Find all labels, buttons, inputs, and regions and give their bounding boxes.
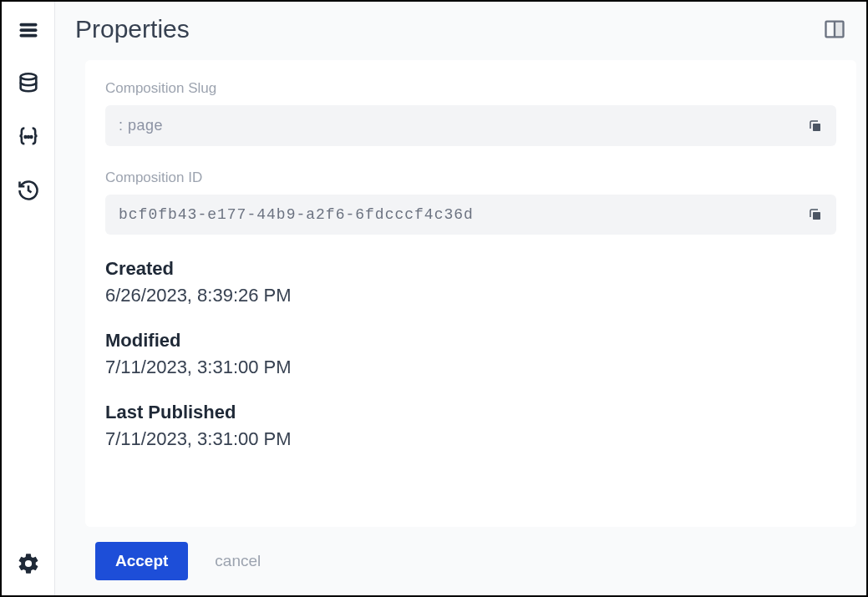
svg-rect-8: [835, 23, 842, 36]
svg-rect-1: [19, 28, 37, 32]
published-value: 7/11/2023, 3:31:00 PM: [105, 428, 836, 450]
modified-section: Modified 7/11/2023, 3:31:00 PM: [105, 330, 836, 378]
database-icon[interactable]: [15, 70, 42, 97]
settings-icon[interactable]: [15, 550, 42, 577]
created-section: Created 6/26/2023, 8:39:26 PM: [105, 258, 836, 306]
panel-toggle-icon[interactable]: [823, 18, 846, 41]
sidebar-nav-top: [15, 17, 42, 550]
svg-point-3: [20, 73, 36, 79]
cancel-button[interactable]: cancel: [215, 552, 261, 570]
id-value: bcf0fb43-e177-44b9-a2f6-6fdcccf4c36d: [119, 206, 474, 223]
svg-point-4: [24, 136, 26, 138]
svg-rect-0: [19, 23, 37, 27]
sidebar-nav-bottom: [15, 550, 42, 595]
footer-actions: Accept cancel: [55, 527, 866, 595]
modified-value: 7/11/2023, 3:31:00 PM: [105, 357, 836, 378]
slug-label: Composition Slug: [105, 80, 836, 97]
published-section: Last Published 7/11/2023, 3:31:00 PM: [105, 402, 836, 450]
created-value: 6/26/2023, 8:39:26 PM: [105, 285, 836, 306]
published-label: Last Published: [105, 402, 836, 423]
sidebar: [2, 2, 55, 595]
menu-icon[interactable]: [15, 17, 42, 43]
created-label: Created: [105, 258, 836, 280]
svg-rect-2: [19, 34, 37, 38]
history-icon[interactable]: [15, 177, 42, 204]
properties-content: Composition Slug : page Composition ID b…: [85, 60, 856, 527]
id-label: Composition ID: [105, 169, 836, 186]
slug-field: : page: [105, 105, 836, 146]
svg-point-6: [30, 136, 32, 138]
svg-point-5: [28, 136, 29, 138]
code-braces-icon[interactable]: [15, 124, 42, 150]
panel-header: Properties: [55, 2, 866, 50]
modified-label: Modified: [105, 330, 836, 352]
main-panel: Properties Composition Slug : page Compo…: [55, 2, 866, 595]
accept-button[interactable]: Accept: [95, 542, 188, 580]
page-title: Properties: [75, 15, 190, 43]
svg-rect-11: [813, 212, 820, 220]
copy-icon[interactable]: [808, 119, 823, 134]
id-field: bcf0fb43-e177-44b9-a2f6-6fdcccf4c36d: [105, 195, 836, 235]
copy-icon[interactable]: [808, 207, 823, 222]
slug-value: : page: [119, 117, 163, 134]
svg-rect-10: [813, 124, 820, 131]
